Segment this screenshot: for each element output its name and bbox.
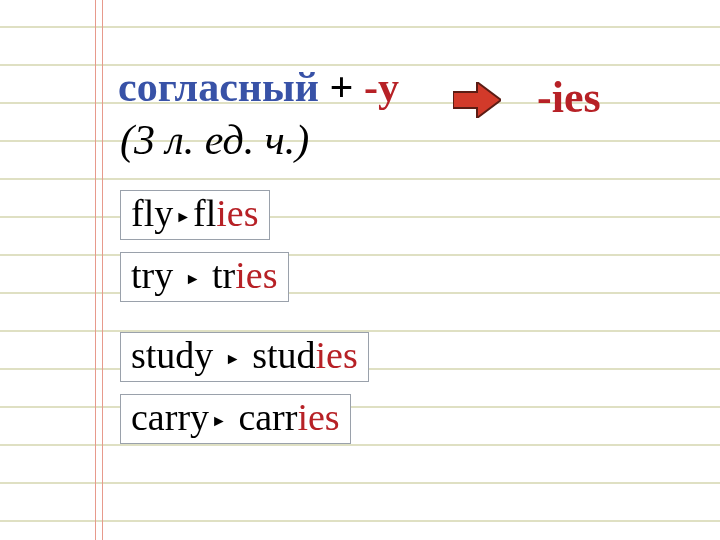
suffix-y: -y [364, 64, 399, 110]
example-row: study ► studies [120, 332, 369, 382]
rule-consonant-word: согласный [118, 64, 319, 110]
example-ending: ies [216, 192, 258, 234]
example-base: fly [131, 192, 173, 234]
example-stem: fl [193, 192, 216, 234]
rule-subtitle: (3 л. ед. ч.) [120, 116, 309, 164]
triangle-icon: ► [209, 413, 229, 430]
svg-marker-0 [453, 82, 501, 118]
example-row: fly►flies [120, 190, 270, 240]
arrow-icon [453, 82, 501, 118]
rule-headline: согласный + -y [118, 64, 399, 110]
example-row: try ► tries [120, 252, 289, 302]
triangle-icon: ► [223, 351, 243, 368]
example-base: study [131, 334, 213, 376]
example-base: carry [131, 396, 209, 438]
triangle-icon: ► [173, 209, 193, 226]
example-ending: ies [235, 254, 277, 296]
example-row: carry► carries [120, 394, 351, 444]
triangle-icon: ► [183, 271, 203, 288]
example-base: try [131, 254, 173, 296]
example-ending: ies [297, 396, 339, 438]
plus-sign: + [329, 64, 353, 110]
example-stem: tr [212, 254, 235, 296]
example-ending: ies [316, 334, 358, 376]
result-suffix: -ies [537, 72, 601, 123]
example-stem: carr [238, 396, 297, 438]
example-stem: stud [252, 334, 315, 376]
